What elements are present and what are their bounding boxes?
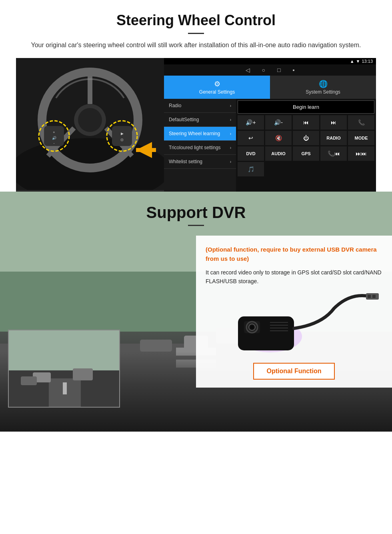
dvr-section: Support DVR (Optional function, require …	[0, 192, 392, 432]
tab-general[interactable]: ⚙ General Settings	[164, 76, 270, 99]
phone-btn[interactable]: 📞	[348, 115, 374, 130]
tab-general-label: General Settings	[199, 89, 235, 95]
heading-divider	[188, 33, 204, 34]
audio-btn[interactable]: AUDIO	[265, 146, 292, 161]
chevron-icon: ›	[230, 146, 231, 150]
gear-icon: ⚙	[166, 80, 268, 88]
settings-panel: ▲ ▼ 13:13 ◁ ○ □ ▪ ⚙ General Settings 🌐 S…	[164, 58, 376, 192]
chevron-icon: ›	[230, 132, 231, 136]
dvr-section-heading: Support DVR	[0, 204, 392, 222]
menu-item-steering[interactable]: Steering Wheel learning ›	[164, 127, 236, 141]
tab-system-label: System Settings	[306, 89, 340, 95]
status-time: 13:13	[362, 59, 373, 64]
svg-rect-33	[73, 368, 93, 380]
android-ui-mock: + 🔊 - ▶ ◎ ▲ ▼ 13:13 ◁ ○	[16, 58, 376, 192]
svg-text:◎: ◎	[120, 138, 124, 142]
wifi-icon: ▲	[350, 59, 354, 64]
mute-btn[interactable]: 🔇	[265, 131, 292, 145]
steering-wheel-section: Steering Wheel Control Your original car…	[0, 0, 392, 192]
settings-tabs: ⚙ General Settings 🌐 System Settings	[164, 76, 376, 99]
chevron-icon: ›	[230, 160, 231, 164]
svg-text:+: +	[53, 130, 55, 134]
svg-text:🔊: 🔊	[52, 136, 57, 140]
svg-rect-31	[63, 382, 67, 394]
svg-rect-14	[112, 126, 132, 146]
next-next-btn[interactable]: ⏭⏭	[348, 146, 374, 161]
power-btn[interactable]: ⏻	[293, 131, 319, 145]
back-btn[interactable]: ↩	[238, 131, 264, 145]
optional-function-button[interactable]: Optional Function	[253, 363, 335, 380]
home-icon[interactable]: ○	[262, 67, 265, 73]
dvr-thumbnail	[8, 330, 120, 408]
dvr-description: It can record video only to storage in G…	[206, 268, 382, 286]
nav-bar: ◁ ○ □ ▪	[164, 64, 376, 76]
vol-down-btn[interactable]: 🔊-	[265, 115, 292, 130]
status-bar: ▲ ▼ 13:13	[164, 58, 376, 64]
phone-prev-btn[interactable]: 📞⏮	[320, 146, 347, 161]
dvd-btn[interactable]: DVD	[238, 146, 264, 161]
steering-wheel-svg: + 🔊 - ▶ ◎	[16, 58, 164, 190]
steering-description: Your original car's steering wheel contr…	[24, 40, 368, 50]
radio-btn[interactable]: RADIO	[320, 131, 347, 145]
svg-rect-47	[372, 295, 376, 298]
svg-rect-34	[21, 376, 37, 385]
vol-up-btn[interactable]: 🔊+	[238, 115, 264, 130]
chevron-icon: ›	[230, 118, 231, 122]
dvr-camera-illustration	[206, 292, 382, 356]
dvr-camera-svg	[206, 292, 382, 356]
dvr-divider	[188, 225, 204, 226]
signal-icon: ▼	[356, 59, 360, 64]
control-grid: 🔊+ 🔊- ⏮ ⏭ 📞 ↩ 🔇 ⏻ RADIO MODE DVD AUDIO G…	[238, 115, 374, 176]
gps-btn[interactable]: GPS	[293, 146, 319, 161]
recents-icon[interactable]: □	[277, 67, 280, 73]
svg-point-40	[250, 326, 254, 329]
dvr-heading: Support DVR	[0, 192, 392, 230]
chevron-icon: ›	[230, 104, 231, 108]
svg-point-4	[78, 108, 102, 132]
menu-item-whitelist[interactable]: Whitelist setting ›	[164, 155, 236, 169]
svg-rect-18	[136, 148, 156, 152]
svg-text:▶: ▶	[121, 132, 124, 136]
menu-item-default[interactable]: DefaultSetting ›	[164, 113, 236, 127]
steering-photo: + 🔊 - ▶ ◎	[16, 58, 164, 192]
dvr-optional-title: (Optional function, require to buy exter…	[206, 245, 382, 263]
begin-learn-row: Begin learn	[238, 100, 374, 114]
prev-btn[interactable]: ⏮	[293, 115, 319, 130]
menu-list: Radio › DefaultSetting › Steering Wheel …	[164, 99, 236, 192]
system-icon: 🌐	[272, 80, 374, 88]
dvr-info-box: (Optional function, require to buy exter…	[196, 236, 392, 388]
dvr-thumbnail-svg	[9, 330, 120, 408]
svg-rect-46	[368, 295, 371, 298]
mode-btn[interactable]: MODE	[348, 131, 374, 145]
next-btn[interactable]: ⏭	[320, 115, 347, 130]
menu-icon[interactable]: ▪	[292, 67, 294, 73]
tab-system[interactable]: 🌐 System Settings	[270, 76, 376, 99]
back-icon[interactable]: ◁	[246, 67, 250, 73]
extra-btn[interactable]: 🎵	[238, 162, 264, 176]
begin-learn-button[interactable]: Begin learn	[238, 100, 374, 114]
menu-item-tricolour[interactable]: Tricoloured light settings ›	[164, 141, 236, 155]
steering-section-heading: Steering Wheel Control	[16, 12, 376, 29]
controls-area: Begin learn 🔊+ 🔊- ⏮ ⏭ 📞 ↩ 🔇 ⏻ RADIO MODE…	[236, 99, 376, 192]
menu-and-controls: Radio › DefaultSetting › Steering Wheel …	[164, 99, 376, 192]
svg-text:-: -	[54, 141, 55, 145]
menu-item-radio[interactable]: Radio ›	[164, 99, 236, 113]
svg-rect-26	[140, 340, 172, 352]
